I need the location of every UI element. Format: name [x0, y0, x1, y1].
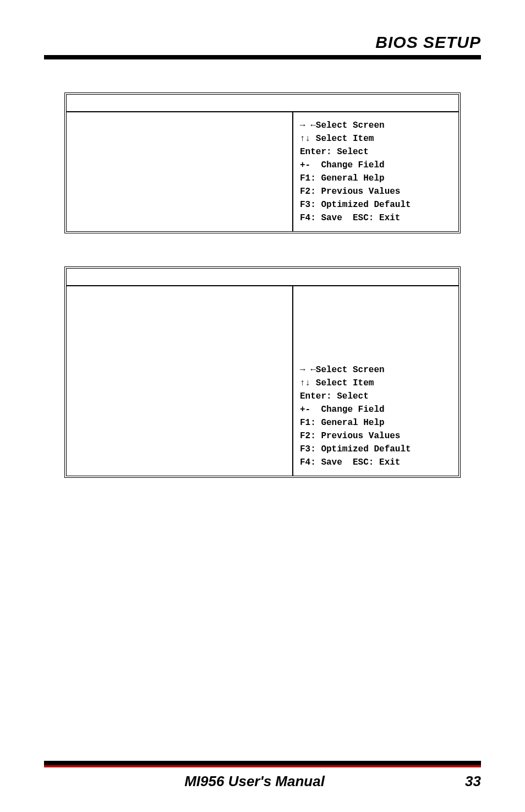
footer-row: MI956 User's Manual 33 [44, 773, 481, 790]
help-line: +- Change Field [300, 160, 385, 170]
footer-rule [44, 761, 481, 765]
help-line: +- Change Field [300, 405, 385, 415]
help-line: Enter: Select [300, 391, 369, 401]
bios-panel-1: → ←Select Screen ↑↓ Select Item Enter: S… [64, 92, 461, 233]
help-line: F3: Optimized Default [300, 200, 411, 210]
header-rule [44, 55, 481, 59]
help-line: ↑↓ Select Item [300, 378, 374, 388]
help-line: Enter: Select [300, 147, 369, 157]
bios-panel-1-body: → ←Select Screen ↑↓ Select Item Enter: S… [67, 112, 458, 231]
bios-panel-1-help: → ←Select Screen ↑↓ Select Item Enter: S… [293, 112, 458, 231]
help-line: → ←Select Screen [300, 365, 385, 375]
bios-panel-2-body: → ←Select Screen ↑↓ Select Item Enter: S… [67, 286, 458, 476]
help-line: F4: Save ESC: Exit [300, 457, 400, 467]
help-line: F2: Previous Values [300, 431, 400, 441]
help-line: ↑↓ Select Item [300, 134, 374, 144]
help-line: F3: Optimized Default [300, 444, 411, 454]
bios-panel-2-help: → ←Select Screen ↑↓ Select Item Enter: S… [293, 286, 458, 476]
bios-panel-2: → ←Select Screen ↑↓ Select Item Enter: S… [64, 266, 461, 478]
help-line: F1: General Help [300, 418, 385, 428]
bios-panel-1-header [67, 95, 458, 112]
page: BIOS SETUP → ←Select Screen ↑↓ Select It… [0, 0, 525, 812]
footer-title: MI956 User's Manual [184, 773, 325, 790]
page-number: 33 [465, 773, 481, 790]
page-header: BIOS SETUP [44, 33, 481, 52]
help-line: F2: Previous Values [300, 187, 400, 197]
help-line: F4: Save ESC: Exit [300, 213, 400, 223]
bios-panel-2-left [67, 286, 293, 476]
footer-accent [44, 765, 481, 767]
help-line: F1: General Help [300, 173, 385, 183]
bios-panel-1-left [67, 112, 293, 231]
page-footer: MI956 User's Manual 33 [0, 761, 525, 790]
help-line: → ←Select Screen [300, 121, 385, 130]
bios-panel-2-header [67, 269, 458, 286]
